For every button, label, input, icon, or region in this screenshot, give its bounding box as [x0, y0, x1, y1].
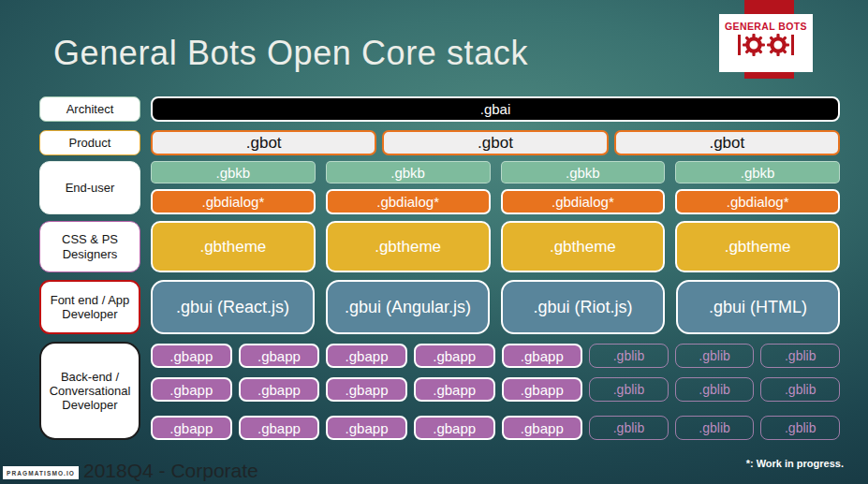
- gbapp-block: .gbapp: [414, 416, 495, 440]
- gbtheme-block: .gbtheme: [501, 221, 666, 272]
- gbapp-block: .gbapp: [151, 377, 232, 402]
- gbdialog-block: .gbdialog*: [501, 189, 666, 214]
- gblib-block: .gblib: [675, 344, 755, 368]
- gbui-row: .gbui (React.js) .gbui (Angular.js) .gbu…: [151, 280, 840, 334]
- gbdialog-block: .gbdialog*: [326, 189, 491, 214]
- gbtheme-block: .gbtheme: [675, 221, 840, 272]
- gblib-block: .gblib: [760, 377, 840, 402]
- backend-row-3: .gbapp .gbapp .gbapp .gbapp .gbapp .gbli…: [151, 416, 840, 440]
- gbui-react-block: .gbui (React.js): [151, 280, 315, 334]
- gblib-block: .gblib: [589, 344, 669, 368]
- gbapp-block: .gbapp: [414, 377, 495, 402]
- logo-wordmark: GENERAL BOTS: [725, 21, 807, 32]
- gbapp-block: .gbapp: [239, 416, 320, 440]
- gbot-block: .gbot: [382, 130, 608, 155]
- row-label-frontend-app-developer: Font end / App Developer: [39, 280, 140, 334]
- gbdialog-block: .gbdialog*: [151, 189, 316, 214]
- footer-edition-text: 2018Q4 - Corporate: [83, 460, 258, 482]
- pragmatismo-wordmark: PRAGMATISMO.IO: [7, 470, 75, 477]
- gbai-block: .gbai: [151, 96, 840, 122]
- gblib-block: .gblib: [760, 344, 840, 368]
- pragmatismo-logo: PRAGMATISMO.IO: [3, 466, 79, 479]
- row-label-backend-conversational-developer: Back-end / Conversational Developer: [39, 342, 140, 440]
- row-label-end-user: End-user: [39, 161, 140, 214]
- gbtheme-block: .gbtheme: [326, 221, 491, 272]
- gbkb-row: .gbkb .gbkb .gbkb .gbkb: [151, 161, 840, 183]
- gbot-block: .gbot: [151, 130, 376, 155]
- gblib-block: .gblib: [675, 377, 755, 402]
- backend-row-1: .gbapp .gbapp .gbapp .gbapp .gbapp .gbli…: [151, 344, 840, 368]
- gbapp-block: .gbapp: [326, 344, 407, 368]
- general-bots-logo: GENERAL BOTS: [719, 14, 813, 72]
- gbdialog-block: .gbdialog*: [675, 189, 840, 214]
- gblib-block: .gblib: [675, 416, 755, 440]
- gear-icon: [743, 34, 765, 56]
- gbkb-block: .gbkb: [326, 161, 491, 183]
- row-label-architect: Architect: [39, 96, 140, 122]
- gbkb-block: .gbkb: [151, 161, 316, 183]
- gbapp-block: .gbapp: [502, 344, 583, 368]
- gbapp-block: .gbapp: [239, 344, 320, 368]
- gbkb-block: .gbkb: [501, 161, 666, 183]
- gbapp-block: .gbapp: [151, 416, 232, 440]
- gbkb-block: .gbkb: [675, 161, 840, 183]
- gbui-angular-block: .gbui (Angular.js): [326, 280, 490, 334]
- gbapp-block: .gbapp: [239, 377, 320, 402]
- backend-row-2: .gbapp .gbapp .gbapp .gbapp .gbapp .gbli…: [151, 377, 840, 402]
- logo-gears: [738, 34, 794, 56]
- gblib-block: .gblib: [760, 416, 840, 440]
- gbui-riot-block: .gbui (Riot.js): [501, 280, 665, 334]
- row-label-css-ps-designers: CSS & PS Designers: [39, 221, 140, 272]
- gear-bar-right-icon: [791, 35, 794, 55]
- gbtheme-row: .gbtheme .gbtheme .gbtheme .gbtheme: [151, 221, 840, 272]
- page-title: General Bots Open Core stack: [53, 34, 528, 73]
- gbapp-block: .gbapp: [502, 416, 583, 440]
- gbapp-block: .gbapp: [151, 344, 232, 368]
- product-row: .gbot .gbot .gbot: [151, 130, 840, 155]
- gbot-block: .gbot: [614, 130, 840, 155]
- architect-row: .gbai: [151, 96, 840, 122]
- gbapp-block: .gbapp: [326, 416, 407, 440]
- gbui-html-block: .gbui (HTML): [676, 280, 840, 334]
- gbapp-block: .gbapp: [414, 344, 495, 368]
- gblib-block: .gblib: [589, 377, 669, 402]
- gear-icon: [767, 34, 789, 56]
- gbdialog-row: .gbdialog* .gbdialog* .gbdialog* .gbdial…: [151, 189, 840, 214]
- gbapp-block: .gbapp: [326, 377, 407, 402]
- gear-bar-left-icon: [738, 35, 741, 55]
- gbtheme-block: .gbtheme: [151, 221, 316, 272]
- gblib-block: .gblib: [589, 416, 669, 440]
- gbapp-block: .gbapp: [502, 377, 583, 402]
- slide: General Bots Open Core stack GENERAL BOT…: [0, 0, 868, 484]
- work-in-progress-note: *: Work in progress.: [746, 458, 844, 469]
- row-label-product: Product: [39, 130, 140, 155]
